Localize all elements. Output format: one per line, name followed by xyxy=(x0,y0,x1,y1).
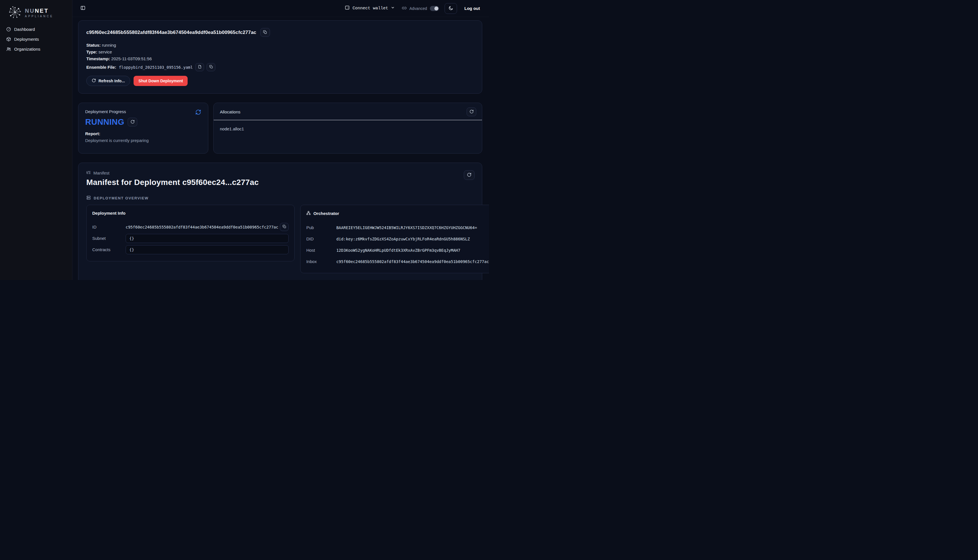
did-label: DID xyxy=(306,237,336,241)
section-label-overview: DEPLOYMENT OVERVIEW xyxy=(93,196,149,200)
chevron-down-icon xyxy=(391,6,394,11)
timestamp-value: 2025-11-03T09:51:56 xyxy=(111,56,152,61)
manifest-card: Manifest Manifest for Deployment c95f60e… xyxy=(78,163,482,280)
server-icon xyxy=(86,195,91,201)
sidebar-item-organizations[interactable]: Organizations xyxy=(0,44,72,54)
id-label: ID xyxy=(92,225,126,229)
refresh-info-label: Refresh Info... xyxy=(98,78,125,83)
refresh-allocations-button[interactable] xyxy=(467,107,476,116)
refresh-icon xyxy=(130,120,135,125)
sidebar-nav: Dashboard Deployments Organizations xyxy=(0,24,72,54)
advanced-toggle-group: Advanced xyxy=(402,6,439,11)
refresh-icon xyxy=(467,173,471,178)
sync-spinner-icon xyxy=(195,109,201,116)
kv-row-subnet: Subnet {} xyxy=(92,233,289,243)
manifest-title: Manifest for Deployment c95f60ec24...c27… xyxy=(86,178,474,187)
kv-row-pub: Pub BAAREIEY5ELIGEHWJW524IB5WILRJY6XS7IS… xyxy=(306,223,489,232)
ensemble-file-value: floppybird_20251103_095156.yaml xyxy=(119,65,193,70)
inbox-label: Inbox xyxy=(306,259,336,264)
copy-icon xyxy=(209,65,213,70)
copy-id-button[interactable] xyxy=(280,223,289,231)
refresh-status-button[interactable] xyxy=(128,118,137,127)
pub-label: Pub xyxy=(306,225,336,230)
advanced-switch[interactable] xyxy=(430,6,439,11)
refresh-icon xyxy=(92,78,96,83)
wallet-icon xyxy=(345,5,350,12)
type-label: Type: xyxy=(86,50,97,54)
type-value: service xyxy=(98,50,112,54)
did-value: did:key:z6MkvfsZDGzXS4ZoApzuwCxYbjRLFoR4… xyxy=(336,237,489,241)
status-label: Status: xyxy=(86,43,101,48)
kv-row-host: Host 12D3KooWS2ygNAKoHRLpUDfdtEk3XRxAvZB… xyxy=(306,245,489,255)
sidebar-item-label: Deployments xyxy=(14,37,39,42)
subnet-label: Subnet xyxy=(92,236,126,241)
orchestrator-panel: Orchestrator Pub BAAREIEY5ELIGEHWJW524IB… xyxy=(300,205,489,273)
view-ensemble-file-button[interactable] xyxy=(195,63,204,71)
deployment-id-title: c95f60ec24685b555802afdf83f44ae3b674504e… xyxy=(86,30,256,35)
sidebar-item-dashboard[interactable]: Dashboard xyxy=(0,24,72,34)
brand-nu: NU xyxy=(25,8,35,14)
allocations-card: Allocations node1.alloc1 xyxy=(214,103,482,153)
sidebar-item-label: Organizations xyxy=(14,47,40,52)
host-value: 12D3KooWS2ygNAKoHRLpUDfdtEk3XRxAvZBrGPFm… xyxy=(336,248,489,253)
orchestrator-title: Orchestrator xyxy=(313,211,339,216)
deployment-header-card: c95f60ec24685b555802afdf83f44ae3b674504e… xyxy=(78,20,482,93)
report-text: Deployment is currently preparing xyxy=(85,138,201,143)
contracts-field[interactable]: {} xyxy=(126,245,289,254)
deployment-info-title: Deployment Info xyxy=(92,211,289,215)
connect-wallet-button[interactable]: Connect wallet xyxy=(343,5,396,12)
link-icon xyxy=(402,6,407,11)
moon-icon xyxy=(449,6,453,11)
allocations-title: Allocations xyxy=(220,110,240,114)
brand-net: NET xyxy=(35,8,49,14)
users-icon xyxy=(6,47,11,52)
deployment-progress-card: Deployment Progress RUNNING xyxy=(78,103,208,153)
report-label: Report: xyxy=(85,131,201,136)
hierarchy-icon xyxy=(306,211,311,216)
panel-left-icon xyxy=(80,5,85,11)
nunet-logo-icon xyxy=(8,6,22,20)
sidebar-toggle-button[interactable] xyxy=(78,4,87,13)
advanced-label: Advanced xyxy=(409,6,427,11)
subnet-field[interactable]: {} xyxy=(126,234,289,243)
status-value: running xyxy=(102,43,116,48)
topbar: Connect wallet Advanced xyxy=(72,0,489,17)
kv-row-inbox: Inbox c95f60ec24685b555802afdf83f44ae3b6… xyxy=(306,257,489,266)
theme-toggle-button[interactable] xyxy=(445,3,457,14)
refresh-manifest-button[interactable] xyxy=(464,170,474,180)
ensemble-file-label: Ensemble File: xyxy=(86,65,116,70)
list-tree-icon xyxy=(86,170,91,176)
nunet-logo[interactable]: NUNET APPLIANCE xyxy=(0,3,72,24)
deployment-meta: Status: running Type: service Timestamp:… xyxy=(86,42,474,71)
deployment-status-text: RUNNING xyxy=(85,117,124,127)
kv-row-id: ID c95f60ec24685b555802afdf83f44ae3b6745… xyxy=(92,222,289,232)
shutdown-deployment-button[interactable]: Shut Down Deployment xyxy=(134,76,188,86)
deployment-info-panel: Deployment Info ID c95f60ec24685b555802a… xyxy=(86,205,295,261)
gauge-icon xyxy=(6,27,11,32)
sidebar: NUNET APPLIANCE Dashboard Deployments xyxy=(0,0,72,280)
connect-wallet-label: Connect wallet xyxy=(352,6,388,11)
main-column: Connect wallet Advanced xyxy=(72,0,489,280)
brand-subtitle: APPLIANCE xyxy=(25,15,53,18)
refresh-info-button[interactable]: Refresh Info... xyxy=(86,76,130,86)
host-label: Host xyxy=(306,248,336,253)
switch-knob xyxy=(434,7,438,10)
copy-icon xyxy=(282,225,286,229)
copy-ensemble-file-button[interactable] xyxy=(207,63,215,71)
inbox-value: c95f60ec24685b555802afdf83f44ae3b674504e… xyxy=(336,259,489,264)
kv-row-did: DID did:key:z6MkvfsZDGzXS4ZoApzuwCxYbjRL… xyxy=(306,234,489,243)
kv-row-contracts: Contracts {} xyxy=(92,245,289,254)
progress-card-title: Deployment Progress xyxy=(85,109,201,114)
refresh-icon xyxy=(469,110,474,115)
copy-deployment-id-button[interactable] xyxy=(260,28,270,37)
sidebar-item-deployments[interactable]: Deployments xyxy=(0,34,72,44)
logout-button[interactable]: Log out xyxy=(463,6,482,11)
allocation-list-item: node1.alloc1 xyxy=(220,127,476,131)
pub-value: BAAREIEY5ELIGEHWJW524IB5WILRJY6XS7ISDZXX… xyxy=(336,225,489,230)
contracts-label: Contracts xyxy=(92,247,126,252)
file-icon xyxy=(198,65,202,70)
manifest-eyebrow-label: Manifest xyxy=(93,170,110,175)
brand-text: NUNET APPLIANCE xyxy=(25,8,53,18)
id-value: c95f60ec24685b555802afdf83f44ae3b674504e… xyxy=(126,225,278,229)
copy-icon xyxy=(263,30,267,35)
